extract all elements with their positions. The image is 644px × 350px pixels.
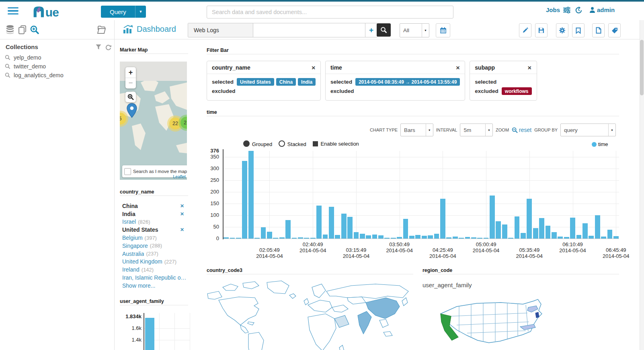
bar[interactable] <box>539 218 544 239</box>
bar[interactable] <box>607 230 613 239</box>
bar[interactable] <box>335 235 340 239</box>
bar[interactable] <box>515 216 520 239</box>
bar[interactable] <box>496 221 501 239</box>
settings-button[interactable] <box>556 23 568 37</box>
map-zoom-in-button[interactable]: + <box>125 67 136 78</box>
bar[interactable] <box>521 233 526 239</box>
facet-item-link[interactable]: United Kingdom <box>122 258 162 265</box>
bar[interactable] <box>360 234 365 239</box>
bar[interactable] <box>589 236 594 239</box>
search-submit-button[interactable] <box>377 23 391 37</box>
bar[interactable] <box>292 238 297 239</box>
save-dashboard-button[interactable] <box>535 23 548 37</box>
facet-item[interactable]: Belgium(397) <box>122 234 187 242</box>
map-zoom-control[interactable]: + − <box>125 67 136 89</box>
history-icon[interactable] <box>575 6 582 14</box>
bar[interactable] <box>601 237 606 239</box>
bar[interactable] <box>527 199 532 239</box>
query-button-label[interactable]: Query <box>101 6 135 18</box>
facet-remove-icon[interactable]: ✕ <box>180 227 184 233</box>
bar[interactable] <box>316 206 322 239</box>
bar[interactable] <box>384 238 390 239</box>
edit-dashboard-button[interactable] <box>519 23 531 37</box>
bar[interactable] <box>323 235 328 239</box>
user-menu[interactable]: admin <box>589 6 615 13</box>
bar[interactable] <box>434 234 439 239</box>
bar[interactable] <box>391 238 396 239</box>
bar[interactable] <box>453 237 458 239</box>
documents-icon[interactable] <box>18 25 27 37</box>
bar[interactable] <box>267 232 272 239</box>
collection-item[interactable]: log_analytics_demo <box>3 71 108 80</box>
dashboard-query-input[interactable] <box>253 23 365 37</box>
add-filter-button[interactable]: + <box>365 23 377 37</box>
facet-remove-icon[interactable]: ✕ <box>180 203 184 209</box>
bar[interactable] <box>595 215 600 239</box>
bar[interactable] <box>279 237 285 239</box>
date-picker-button[interactable] <box>436 23 450 37</box>
filter-chip[interactable]: 2014-05-04 08:35:49 → 2014-05-04 13:55:4… <box>355 78 460 86</box>
scrollbar-thumb[interactable] <box>640 40 644 95</box>
folder-icon[interactable] <box>96 25 107 36</box>
facet-item-link[interactable]: Iran, Islamic Republic of ... <box>122 274 187 281</box>
facet-item[interactable]: United States✕ <box>122 226 187 234</box>
bar[interactable] <box>409 236 414 239</box>
bar[interactable] <box>236 238 241 239</box>
collection-name-addon[interactable]: Web Logs <box>188 23 253 37</box>
facet-item-link[interactable]: Belgium <box>122 235 143 241</box>
filter-chip[interactable]: China <box>276 78 296 86</box>
global-search-input[interactable] <box>207 6 453 19</box>
map-zoom-out-button[interactable]: − <box>125 78 136 89</box>
facet-item[interactable]: Iran, Islamic Republic of ... <box>122 274 187 282</box>
collection-item[interactable]: yelp_demo <box>3 53 108 62</box>
tags-button[interactable] <box>608 23 621 37</box>
database-icon[interactable] <box>6 25 14 36</box>
zoom-reset-link[interactable]: reset <box>512 127 531 133</box>
refresh-icon[interactable] <box>105 44 111 50</box>
bar[interactable] <box>248 151 254 239</box>
bar[interactable] <box>242 161 247 239</box>
bar[interactable] <box>465 237 470 239</box>
group-by-select[interactable]: query▼ <box>560 124 616 136</box>
bar[interactable] <box>372 235 377 239</box>
jobs-link[interactable]: Jobs <box>546 6 571 13</box>
bar[interactable] <box>490 196 495 239</box>
bar[interactable] <box>446 237 451 239</box>
bar[interactable] <box>471 237 476 239</box>
facet-item[interactable]: Singapore(288) <box>122 242 187 250</box>
bar[interactable] <box>582 223 588 239</box>
collection-item[interactable]: twitter_demo <box>3 62 108 71</box>
facet-item-link[interactable]: Australia <box>122 251 144 257</box>
chart-type-select[interactable]: Bars▼ <box>400 124 433 136</box>
bar[interactable] <box>261 227 266 239</box>
bar[interactable] <box>422 236 427 239</box>
facet-show-more[interactable]: Show more... <box>122 282 187 290</box>
enable-selection-toggle[interactable]: Enable selection <box>313 141 359 147</box>
bar[interactable] <box>558 237 563 239</box>
bar[interactable] <box>310 238 316 239</box>
facet-item[interactable]: Ireland(142) <box>122 266 187 274</box>
facet-item-link[interactable]: Ireland <box>122 266 139 273</box>
bar[interactable] <box>273 238 278 239</box>
map-search-checkbox[interactable] <box>124 168 131 175</box>
bar[interactable] <box>341 214 347 239</box>
leaflet-attribution[interactable]: Leaflet <box>173 174 186 179</box>
bar[interactable] <box>459 238 464 239</box>
filter-card-close-icon[interactable]: ✕ <box>440 65 460 71</box>
facet-item[interactable]: Israel(826) <box>122 218 187 226</box>
world-gradient-map[interactable] <box>207 280 410 350</box>
filter-card-close-icon[interactable]: ✕ <box>511 65 531 71</box>
bar[interactable] <box>576 235 582 239</box>
bar[interactable] <box>254 238 260 239</box>
bar[interactable] <box>304 238 309 239</box>
zoom-in-icon[interactable] <box>30 25 40 37</box>
bar[interactable] <box>329 207 334 239</box>
filter-chip[interactable]: workflows <box>502 87 532 95</box>
new-document-button[interactable] <box>592 23 605 37</box>
map-zoom-box-button[interactable] <box>125 92 136 102</box>
hue-logo[interactable]: ue <box>32 4 72 21</box>
facet-item[interactable]: United Kingdom(227) <box>122 258 187 266</box>
bar[interactable] <box>378 235 384 239</box>
grouped-radio[interactable]: Grouped <box>243 140 272 147</box>
interval-select[interactable]: 5m▼ <box>460 124 493 136</box>
